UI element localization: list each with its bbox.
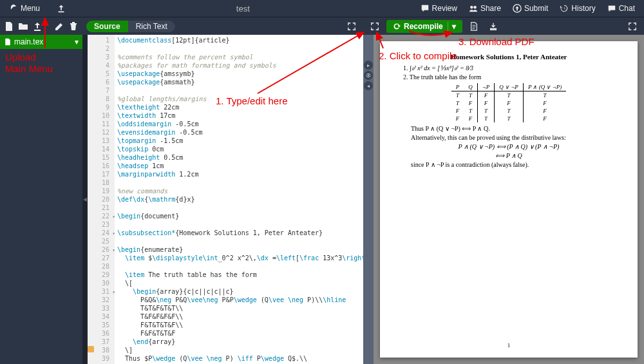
pane-divider[interactable]: ▸ ⦿ ◂ — [363, 35, 374, 364]
chevron-left-icon: ◀ — [83, 196, 87, 202]
logs-icon[interactable] — [466, 19, 482, 34]
sync-right-icon[interactable]: ▸ — [364, 61, 373, 70]
pdf-altmath2: ⟺ P ∧ Q — [395, 152, 622, 159]
pdf-since: since P ∧ ¬P is a contradiction (always … — [411, 161, 622, 168]
recompile-dropdown-icon[interactable]: ▾ — [448, 22, 456, 31]
collapse-sidebar[interactable]: ◀ — [82, 35, 88, 364]
pdf-page: Homework Solutions 1, Peter Anteater 1. … — [380, 41, 638, 358]
review-icon — [421, 4, 430, 13]
expand-pdf-icon[interactable] — [625, 19, 640, 34]
pdf-alt: Alternatively, this can be proved using … — [411, 134, 622, 141]
rename-icon[interactable] — [54, 21, 64, 32]
file-icon — [4, 38, 12, 46]
collapse-pdf-icon[interactable] — [367, 19, 383, 34]
submit-icon — [513, 4, 522, 13]
share-icon — [469, 4, 478, 13]
menu-button[interactable]: Menu — [4, 2, 45, 15]
line-gutter: 12345678910111213141516171819202122▾2324… — [88, 35, 115, 364]
review-button[interactable]: Review — [415, 2, 462, 15]
menu-label: Menu — [21, 4, 40, 13]
code-content[interactable]: \documentclass[12pt]{article} %comments … — [115, 35, 363, 364]
history-button[interactable]: History — [554, 2, 600, 15]
new-folder-icon[interactable] — [18, 21, 28, 32]
submit-button[interactable]: Submit — [507, 2, 553, 15]
pdf-altmath1: P ∧ (Q ∨ ¬P) ⟺ (P ∧ Q) ∨ (P ∧ ¬P) — [395, 143, 622, 150]
editor-mode-tabs: Source Rich Text — [86, 21, 175, 32]
pdf-thus: Thus P ∧ (Q ∨ ¬P) ⟺ P ∧ Q. — [411, 125, 622, 132]
truth-table: PQ¬PQ ∨ ¬PP ∧ (Q ∨ ¬P)TTFTTTFFFFFTTTFFFT… — [451, 83, 567, 122]
pdf-preview[interactable]: Homework Solutions 1, Peter Anteater 1. … — [374, 35, 644, 364]
tab-rich-text[interactable]: Rich Text — [128, 21, 175, 32]
svg-point-1 — [473, 6, 476, 8]
tab-source[interactable]: Source — [86, 21, 128, 32]
upload-button[interactable] — [52, 2, 71, 15]
upload-icon — [57, 4, 66, 13]
upload-file-icon[interactable] — [32, 21, 43, 32]
delete-icon[interactable] — [68, 21, 79, 32]
overleaf-icon — [9, 4, 18, 13]
expand-editor-icon[interactable] — [344, 19, 359, 34]
sync-left-icon[interactable]: ◂ — [364, 81, 373, 90]
file-menu-icon[interactable]: ▾ — [75, 37, 79, 46]
toolbar: Source Rich Text Recompile ▾ — [0, 17, 644, 35]
svg-point-0 — [470, 6, 473, 8]
main: main.tex ▾ ◀ 123456789101112131415161718… — [0, 35, 644, 364]
download-pdf-icon[interactable] — [486, 19, 501, 34]
chat-button[interactable]: Chat — [602, 2, 640, 15]
project-title[interactable]: test — [71, 4, 415, 14]
sync-handle-icon[interactable]: ⦿ — [364, 71, 373, 80]
recompile-icon — [393, 23, 401, 30]
new-file-icon[interactable] — [4, 21, 14, 32]
pdf-item-1: 1. ∫₀² x² dx = [⅓x³]₀² = 8⁄3 — [403, 64, 622, 72]
recompile-button[interactable]: Recompile ▾ — [386, 20, 462, 33]
history-icon — [560, 4, 569, 13]
code-editor[interactable]: 12345678910111213141516171819202122▾2324… — [88, 35, 363, 364]
file-tree: main.tex ▾ — [0, 35, 82, 364]
chat-icon — [607, 4, 616, 13]
topbar: Menu test Review Share Submit History Ch… — [0, 0, 644, 17]
file-main-tex[interactable]: main.tex ▾ — [0, 35, 82, 49]
pdf-item-2: 2. The truth table has the form — [403, 73, 622, 81]
pdf-pagenum: 1 — [380, 342, 638, 349]
pdf-title: Homework Solutions 1, Peter Anteater — [395, 53, 622, 61]
share-button[interactable]: Share — [464, 2, 506, 15]
